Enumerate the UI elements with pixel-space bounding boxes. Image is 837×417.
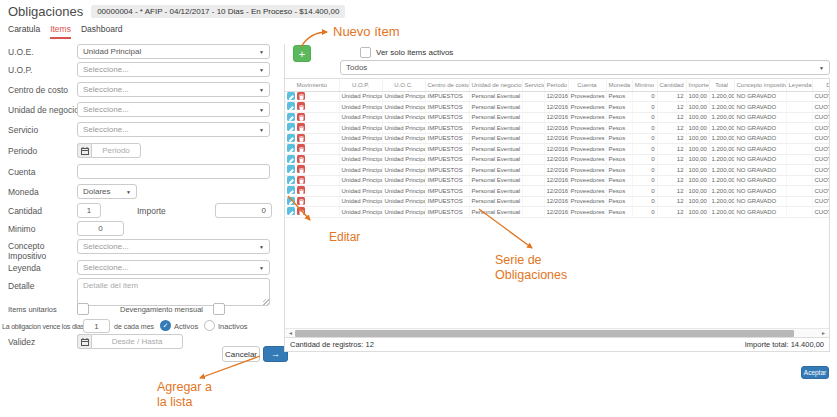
- calendar-icon[interactable]: [77, 334, 91, 349]
- delete-item-button[interactable]: [297, 165, 305, 173]
- table-cell: Unidad Principal: [339, 186, 382, 197]
- table-cell: Personal Eventual: [469, 186, 522, 197]
- vence-dia-input[interactable]: [83, 319, 110, 333]
- column-header: Unidad de negocio: [469, 79, 522, 91]
- delete-item-button[interactable]: [297, 92, 305, 100]
- edit-item-button[interactable]: [287, 102, 295, 110]
- column-header: Periodo: [544, 79, 568, 91]
- table-cell: NO GRAVADO: [734, 175, 786, 186]
- pencil-icon: [289, 112, 294, 123]
- inactivos-label[interactable]: Inactivos: [218, 322, 248, 332]
- unidad-negocio-select[interactable]: Seleccione...▼: [77, 102, 270, 117]
- items-unitarios-checkbox[interactable]: [77, 303, 89, 315]
- cancelar-button[interactable]: Cancelar: [222, 346, 260, 362]
- servicio-select[interactable]: Seleccione...▼: [77, 122, 270, 137]
- nuevo-item-button[interactable]: +: [293, 45, 311, 62]
- trash-icon: [299, 186, 304, 197]
- cuenta-input[interactable]: [77, 164, 270, 179]
- ver-solo-activos-checkbox[interactable]: [360, 47, 371, 58]
- table-cell: 100,00: [686, 123, 709, 134]
- leyenda-select[interactable]: Seleccione...▼: [77, 260, 270, 275]
- table-cell: Unidad Principal: [339, 91, 382, 102]
- activos-label[interactable]: Activos: [174, 322, 198, 332]
- unidad-negocio-label: Unidad de negocio: [8, 105, 79, 115]
- cantidad-input[interactable]: [77, 203, 101, 218]
- calendar-icon[interactable]: [77, 143, 91, 158]
- resize-handle[interactable]: [263, 299, 269, 305]
- uoe-select[interactable]: Unidad Principal▼: [77, 44, 270, 59]
- table-cell: Unidad Principal: [382, 102, 425, 113]
- moneda-select[interactable]: Dolares▼: [77, 184, 137, 199]
- horizontal-scrollbar[interactable]: ◄ ►: [285, 328, 829, 337]
- horizontal-scrollbar-thumb[interactable]: [295, 330, 794, 337]
- table-cell: Proveedores: [568, 186, 606, 197]
- delete-item-button[interactable]: [297, 155, 305, 163]
- movimiento-cell: [285, 133, 339, 144]
- table-cell: CUOTA 2/: [812, 91, 829, 102]
- table-cell: NO GRAVADO: [734, 144, 786, 155]
- periodo-input[interactable]: [91, 143, 141, 158]
- filtro-items-select[interactable]: Todos▼: [340, 60, 830, 75]
- edit-item-button[interactable]: [287, 176, 295, 184]
- items-table-row: Unidad PrincipalUnidad PrincipalIMPUESTO…: [285, 102, 829, 113]
- delete-item-button[interactable]: [297, 123, 305, 131]
- delete-item-button[interactable]: [297, 113, 305, 121]
- edit-item-button[interactable]: [287, 165, 295, 173]
- table-cell: [522, 133, 544, 144]
- chevron-down-icon: ▼: [259, 67, 264, 73]
- table-cell: [522, 123, 544, 134]
- delete-item-button[interactable]: [297, 144, 305, 152]
- tab-items[interactable]: Items: [50, 24, 71, 39]
- delete-item-button[interactable]: [297, 134, 305, 142]
- ver-solo-activos-label[interactable]: Ver solo items activos: [376, 48, 453, 58]
- trash-icon: [299, 196, 304, 207]
- table-cell: NO GRAVADO: [734, 186, 786, 197]
- validez-input[interactable]: [91, 334, 183, 349]
- table-cell: Unidad Principal: [382, 165, 425, 176]
- aceptar-button[interactable]: Aceptar: [801, 366, 829, 379]
- edit-item-button[interactable]: [287, 144, 295, 152]
- centro-costo-select[interactable]: Seleccione...▼: [77, 82, 270, 97]
- devengamiento-checkbox[interactable]: [213, 303, 225, 315]
- edit-item-button[interactable]: [287, 197, 295, 205]
- items-table-row: Unidad PrincipalUnidad PrincipalIMPUESTO…: [285, 123, 829, 134]
- table-cell: Unidad Principal: [339, 144, 382, 155]
- delete-item-button[interactable]: [297, 197, 305, 205]
- edit-item-button[interactable]: [287, 123, 295, 131]
- chevron-down-icon: ▼: [259, 49, 264, 55]
- table-cell: 12: [657, 186, 686, 197]
- edit-item-button[interactable]: [287, 207, 295, 215]
- edit-item-button[interactable]: [287, 186, 295, 194]
- devengamiento-label: Devengamiento mensual: [120, 305, 203, 315]
- table-cell: 12/2016: [544, 196, 568, 207]
- uop-select[interactable]: Seleccione...▼: [77, 62, 270, 77]
- table-cell: 0: [632, 165, 657, 176]
- column-header: Cuenta: [568, 79, 606, 91]
- delete-item-button[interactable]: [297, 186, 305, 194]
- column-header: Total: [709, 79, 734, 91]
- importe-input[interactable]: [215, 203, 272, 218]
- tab-caratula[interactable]: Caratula: [8, 24, 40, 39]
- tab-dashboard[interactable]: Dashboard: [81, 24, 123, 39]
- trash-icon: [299, 102, 304, 113]
- edit-item-button[interactable]: [287, 155, 295, 163]
- concepto-impositivo-select[interactable]: Seleccione...▼: [77, 239, 270, 254]
- table-cell: 100,00: [686, 112, 709, 123]
- importe-label: Importe: [137, 206, 166, 216]
- delete-item-button[interactable]: [297, 102, 305, 110]
- activos-radio[interactable]: ✓: [160, 320, 171, 331]
- edit-item-button[interactable]: [287, 134, 295, 142]
- delete-item-button[interactable]: [297, 207, 305, 215]
- registros-count: Cantidad de registros: 12: [290, 340, 374, 349]
- check-icon: ✓: [163, 322, 169, 330]
- delete-item-button[interactable]: [297, 176, 305, 184]
- table-cell: Unidad Principal: [382, 133, 425, 144]
- inactivos-radio[interactable]: [204, 320, 215, 331]
- edit-item-button[interactable]: [287, 113, 295, 121]
- edit-item-button[interactable]: [287, 92, 295, 100]
- detalle-textarea[interactable]: [77, 278, 270, 306]
- validez-group: [77, 334, 183, 349]
- table-cell: IMPUESTOS: [425, 207, 469, 218]
- cuenta-label: Cuenta: [8, 167, 35, 177]
- minimo-input[interactable]: [77, 221, 124, 236]
